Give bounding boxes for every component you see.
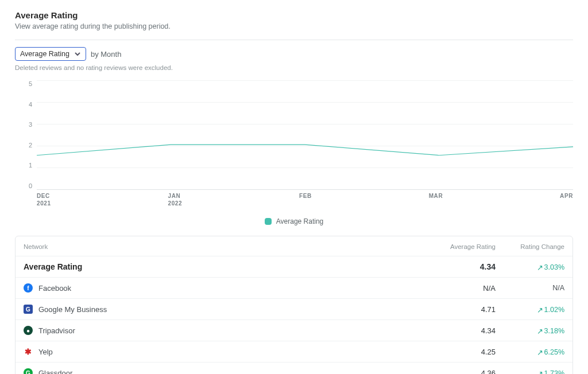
trend-up-icon: ↗: [537, 263, 543, 272]
series-line: [37, 80, 573, 374]
trend-up-icon: ↗: [537, 369, 543, 375]
glass-icon: G: [24, 368, 33, 374]
y-tick: 4: [29, 101, 32, 108]
page-title: Average Rating: [15, 10, 573, 20]
plot-area: [37, 80, 573, 189]
trend-up-icon: ↗: [537, 306, 543, 314]
metric-suffix: by Month: [91, 50, 121, 59]
facebook-icon: f: [24, 283, 33, 293]
y-tick: 2: [29, 142, 32, 149]
y-tick: 5: [29, 80, 32, 87]
y-tick: 1: [29, 162, 32, 169]
google-icon: G: [24, 305, 33, 314]
metric-select[interactable]: Average Rating: [15, 47, 86, 61]
chart-controls: Average Rating by Month: [15, 47, 573, 61]
line-chart: 5 4 3 2 1 0 DEC 2021 JAN 2022: [15, 80, 573, 207]
y-axis: 5 4 3 2 1 0: [15, 80, 32, 189]
trend-up-icon: ↗: [537, 348, 543, 357]
y-tick: 3: [29, 121, 32, 128]
page-subtitle: View average rating during the publishin…: [15, 22, 573, 30]
chevron-down-icon: [74, 50, 81, 57]
divider: [15, 40, 573, 40]
yelp-icon: ✱: [24, 347, 33, 356]
y-tick: 0: [29, 182, 32, 189]
metric-select-label: Average Rating: [20, 50, 69, 58]
trend-up-icon: ↗: [537, 327, 543, 336]
chart-note: Deleted reviews and no rating reviews we…: [15, 64, 573, 71]
trip-icon: ●: [24, 326, 33, 335]
